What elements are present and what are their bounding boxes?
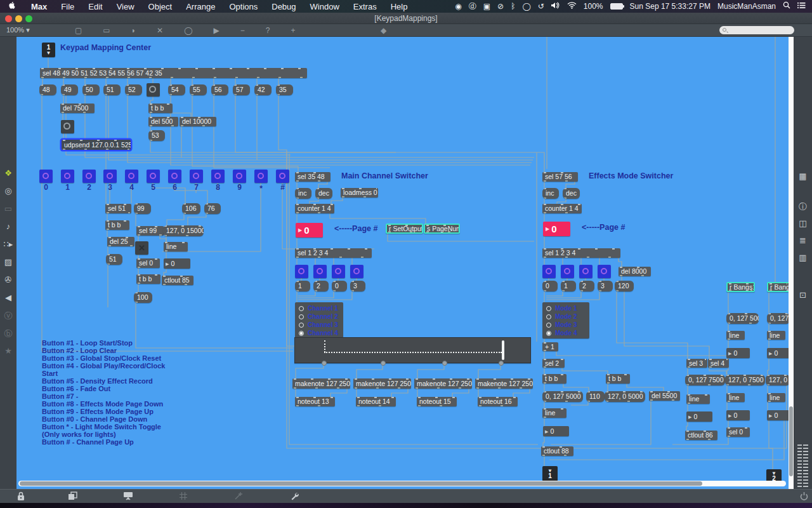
message-box[interactable]: 35 [276, 84, 293, 95]
message-box[interactable]: 49 [61, 84, 78, 95]
number-box[interactable]: ▶0 [767, 410, 789, 420]
object-box[interactable]: sel 0 [726, 427, 750, 437]
object-box[interactable]: sel 1 2 3 4 [542, 248, 620, 258]
new-button-icon[interactable]: ◯ [184, 26, 192, 35]
bang-button[interactable] [350, 265, 363, 278]
plug-icon[interactable]: ◀ [0, 293, 16, 302]
power-icon[interactable] [799, 491, 809, 502]
message-box[interactable]: 2 [313, 281, 329, 291]
chat-icon[interactable]: ◯ [522, 0, 530, 13]
message-box[interactable]: 53 [148, 130, 165, 141]
new-dial-icon[interactable]: ? [266, 26, 270, 35]
message-box[interactable]: 52 [125, 84, 142, 95]
object-box[interactable]: ctlout 88 [541, 446, 573, 456]
receive-send-object[interactable]: s PageNum [424, 224, 460, 234]
bang-button[interactable] [313, 265, 327, 278]
object-box[interactable]: t b b [148, 104, 173, 113]
object-box[interactable]: makenote 127 250 [292, 378, 350, 389]
slider-mark-handle[interactable] [322, 361, 327, 366]
bang-button[interactable] [579, 265, 593, 278]
bang-button[interactable] [147, 170, 160, 183]
format-palette-icon[interactable]: ◆ [381, 26, 386, 35]
menu-item-file[interactable]: File [61, 2, 74, 11]
bang-button[interactable] [39, 170, 53, 183]
bang-button[interactable] [254, 170, 268, 183]
page-number-box[interactable]: ▶0 [543, 222, 570, 236]
duplicate-icon[interactable] [68, 491, 78, 502]
number-box[interactable]: ▶0 [726, 348, 750, 358]
message-box[interactable]: 0 [332, 281, 347, 291]
menu-item-window[interactable]: Window [310, 2, 339, 11]
message-box[interactable]: 57 [233, 84, 250, 95]
package-manager-icon[interactable]: ❖ [0, 168, 16, 178]
console-icon[interactable]: ≣ [794, 236, 812, 245]
object-box[interactable]: t b b [606, 374, 630, 384]
bang-button[interactable] [168, 170, 181, 183]
object-box[interactable]: makenote 127 250 [475, 378, 533, 389]
object-box[interactable]: noteout 16 [478, 397, 518, 406]
wifi-icon[interactable] [567, 0, 577, 13]
range-slider[interactable] [294, 337, 531, 363]
new-object-icon[interactable]: ▢ [75, 26, 82, 35]
object-box[interactable]: line [767, 393, 785, 402]
bang-button[interactable] [61, 120, 74, 133]
message-box[interactable]: 120 [615, 281, 634, 291]
message-box[interactable]: 55 [190, 84, 207, 95]
object-box[interactable]: sel 4 [708, 359, 729, 368]
message-box[interactable]: 48 [39, 84, 56, 95]
object-box[interactable]: sel 48 49 50 51 52 53 54 55 56 57 42 35 [40, 68, 307, 78]
number-box[interactable]: ▶0 [726, 410, 750, 420]
message-box[interactable]: 1 [295, 281, 310, 291]
message-box[interactable]: dec [315, 188, 332, 199]
object-box[interactable]: makenote 127 250 [414, 378, 472, 389]
image-icon[interactable]: ▨ [0, 257, 16, 267]
bang-button[interactable] [82, 170, 96, 183]
object-box[interactable]: sel 2 [542, 359, 565, 368]
menu-item-help[interactable]: Help [391, 2, 408, 11]
spotlight-icon[interactable] [783, 0, 790, 13]
radio-group[interactable]: Mode 1Mode 2Mode 3Mode 4 [542, 302, 589, 338]
menu-user-name[interactable]: MusicManAsman [717, 2, 776, 11]
radio-option[interactable]: Channel 4 [299, 330, 343, 337]
bluetooth-icon[interactable]: ᛒ [511, 0, 515, 13]
new-slider-icon[interactable]: − [240, 26, 245, 35]
message-box[interactable]: dec [563, 188, 580, 199]
bang-button[interactable] [103, 170, 117, 183]
inspector-icon[interactable]: ⓘ [794, 201, 812, 213]
d-circle-icon[interactable]: ⓓ [469, 0, 476, 13]
display-icon[interactable]: ▣ [483, 0, 490, 13]
object-box[interactable]: sel 51 [105, 204, 131, 213]
radio-option[interactable]: Mode 1 [546, 305, 589, 312]
message-box[interactable]: 99 [134, 203, 151, 214]
message-box[interactable]: 0, 127 500 [726, 313, 759, 324]
snippets-icon[interactable]: ⊡ [794, 290, 812, 300]
message-box[interactable]: 127, 0 7500 [725, 375, 765, 385]
add-object-icon[interactable]: + [291, 26, 295, 35]
reference-icon[interactable]: ▥ [794, 253, 812, 262]
object-box[interactable]: noteout 13 [295, 397, 335, 406]
slider-handle[interactable] [502, 340, 504, 360]
object-box[interactable]: loadmess 0 [341, 188, 378, 197]
message-box[interactable]: 127, 0 15000 [163, 225, 204, 236]
slider-mark-handle[interactable] [381, 361, 386, 366]
radio-option[interactable]: Mode 3 [546, 321, 589, 329]
message-box[interactable]: 3 [350, 281, 365, 291]
favorites-icon[interactable]: ★ [0, 346, 16, 356]
object-box[interactable]: del 25 [107, 237, 134, 246]
radio-option[interactable]: Mode 2 [546, 313, 589, 321]
number-box[interactable]: ▶0 [164, 258, 190, 269]
object-box[interactable]: t b b [542, 374, 566, 384]
object-box[interactable]: makenote 127 250 [353, 378, 411, 389]
radio-option[interactable]: Channel 2 [299, 313, 343, 321]
bang-button[interactable] [61, 170, 74, 183]
new-comment-icon[interactable]: ◗ [131, 26, 136, 35]
menu-item-options[interactable]: Options [229, 2, 258, 11]
object-box[interactable]: line [767, 331, 785, 340]
zoom-level-control[interactable]: 100% ▾ [6, 26, 30, 34]
message-box[interactable]: 1 [561, 281, 576, 291]
object-box[interactable]: udpsend 127.0.0.1 5254 [62, 140, 131, 150]
horizontal-scrollbar[interactable] [18, 481, 786, 486]
bang-button[interactable] [542, 265, 556, 278]
receive-send-object[interactable]: r SetOutput [386, 224, 423, 234]
bang-button[interactable] [598, 265, 611, 278]
